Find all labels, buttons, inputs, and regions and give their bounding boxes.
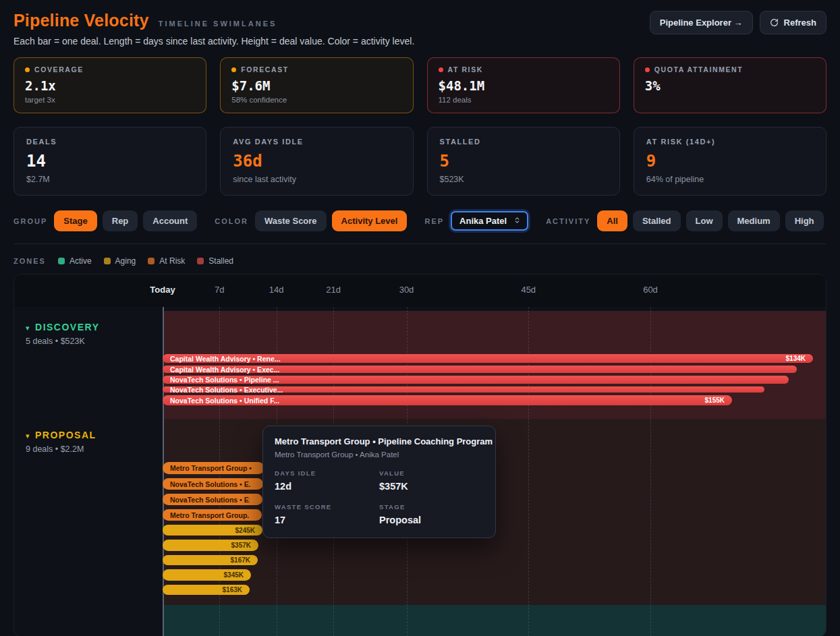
deal-bar[interactable]: $167K (163, 555, 258, 565)
activity-chip-stalled[interactable]: Stalled (633, 210, 681, 231)
deal-bar[interactable]: NovaTech Solutions • Executive... (163, 386, 764, 393)
kpi-sub (645, 96, 815, 105)
collapse-caret-icon: ▾ (26, 324, 30, 332)
zones-label: ZONES (13, 257, 46, 265)
group-chip-account[interactable]: Account (143, 210, 197, 231)
status-dot (645, 67, 650, 72)
kpi-label: FORECAST (241, 65, 289, 74)
group-filter-chips: StageRepAccount (54, 210, 197, 231)
deal-value: $134K (786, 355, 806, 362)
deal-bar[interactable]: Capital Wealth Advisory • Rene...$134K (163, 354, 813, 363)
kpi-primary-row: COVERAGE2.1xtarget 3xFORECAST$7.6M58% co… (13, 57, 827, 113)
kpi-secondary-row: DEALS14$2.7MAVG DAYS IDLE36dsince last a… (13, 127, 827, 196)
kpi-label: AVG DAYS IDLE (233, 138, 304, 146)
color-filter-label: COLOR (215, 217, 248, 225)
kpi-card-at-risk: AT RISK$48.1M112 deals (427, 57, 620, 113)
kpi-label: AT RISK (14D+) (646, 138, 716, 146)
lane-summary: 5 deals • $523K (26, 337, 99, 346)
color-chip-waste-score[interactable]: Waste Score (255, 210, 327, 231)
status-dot (25, 67, 30, 72)
zone-item-stalled: Stalled (197, 256, 233, 266)
deal-value: $357K (231, 542, 251, 549)
time-tick-45d: 45d (521, 285, 536, 295)
kpi-value: 5 (440, 152, 607, 171)
tooltip-field-label: WASTE SCORE (275, 503, 379, 511)
page-subtitle: TIMELINE SWIMLANES (159, 20, 277, 28)
activity-filter-label: ACTIVITY (546, 217, 590, 225)
zone-swatch-stalled (197, 258, 204, 264)
lane-name-discovery[interactable]: ▾DISCOVERY (26, 322, 99, 333)
deal-label: Capital Wealth Advisory • Rene... (170, 355, 281, 363)
deal-bar[interactable]: $163K (163, 585, 250, 595)
activity-chip-all[interactable]: All (597, 210, 627, 231)
lane-zone-band (163, 605, 826, 636)
swimlane-partial (14, 605, 826, 636)
deal-value: $345K (224, 571, 244, 579)
tooltip-field-waste-score: WASTE SCORE 17 (275, 503, 379, 525)
deal-label: NovaTech Solutions • Ex... (170, 496, 250, 504)
pipeline-velocity-dashboard: Pipeline Velocity TIMELINE SWIMLANES Eac… (0, 0, 840, 636)
kpi-label: DEALS (26, 138, 57, 146)
activity-chip-medium[interactable]: Medium (728, 210, 780, 231)
lane-name-proposal[interactable]: ▾PROPOSAL (26, 430, 96, 440)
group-chip-rep[interactable]: Rep (103, 210, 138, 231)
kpi-label: STALLED (440, 138, 481, 146)
chevrons-up-down-icon (513, 216, 521, 226)
group-chip-stage[interactable]: Stage (54, 210, 96, 231)
deal-bar[interactable]: $357K (163, 540, 258, 551)
kpi-value: $48.1M (439, 78, 609, 93)
deal-bar[interactable]: NovaTech Solutions • E... (163, 478, 263, 490)
deal-bar[interactable]: NovaTech Solutions • Pipeline ... (163, 376, 789, 384)
kpi-sub: 58% confidence (231, 96, 401, 105)
pipeline-explorer-button[interactable]: Pipeline Explorer → (650, 11, 753, 34)
lane-bars: Metro Transport Group • P...NovaTech Sol… (163, 462, 264, 595)
group-filter-label: GROUP (13, 217, 47, 225)
kpi-label: COVERAGE (34, 65, 84, 74)
deal-label: NovaTech Solutions • Pipeline ... (170, 376, 279, 384)
deal-bar[interactable]: $345K (163, 569, 251, 581)
kpi-sub: since last activity (233, 175, 400, 184)
lane-summary: 9 deals • $2.2M (26, 444, 96, 454)
kpi-card-deals: DEALS14$2.7M (13, 127, 206, 196)
tooltip-field-label: STAGE (379, 503, 484, 511)
time-tick-14d: 14d (269, 285, 284, 295)
deal-label: NovaTech Solutions • E... (170, 480, 250, 488)
topbar-actions: Pipeline Explorer → Refresh (650, 11, 827, 34)
tooltip-title: Metro Transport Group • Pipeline Coachin… (275, 436, 484, 446)
deal-value: $163K (223, 586, 242, 594)
activity-chip-low[interactable]: Low (686, 210, 723, 231)
kpi-sub: $523K (440, 175, 607, 184)
refresh-icon (770, 18, 779, 27)
zone-label: Active (69, 256, 92, 266)
zone-label: Aging (115, 256, 136, 266)
collapse-caret-icon: ▾ (26, 432, 30, 440)
activity-chip-high[interactable]: High (785, 210, 824, 231)
deal-bar[interactable]: $245K (163, 525, 262, 536)
time-tick-7d: 7d (215, 285, 224, 295)
deal-bar[interactable]: Metro Transport Group • P... (163, 462, 264, 474)
zones-legend: ZONES ActiveAgingAt RiskStalled (13, 256, 827, 266)
deal-label: Capital Wealth Advisory • Exec... (170, 366, 279, 374)
refresh-button[interactable]: Refresh (760, 11, 827, 34)
time-tick-30d: 30d (399, 285, 414, 295)
kpi-card-quota-attainment: QUOTA ATTAINMENT3% (634, 57, 827, 113)
kpi-label: QUOTA ATTAINMENT (654, 65, 744, 74)
status-dot (231, 67, 236, 72)
kpi-value: $7.6M (231, 78, 401, 93)
time-tick-60d: 60d (643, 285, 658, 295)
tooltip-field-label: VALUE (379, 469, 484, 477)
tooltip-field-value: $357K (379, 481, 484, 492)
deal-bar[interactable]: Capital Wealth Advisory • Exec... (163, 366, 797, 373)
deal-bar[interactable]: NovaTech Solutions • Unified F...$155K (163, 395, 732, 405)
rep-select[interactable]: Anika Patel (451, 211, 528, 231)
deal-tooltip: Metro Transport Group • Pipeline Coachin… (262, 426, 496, 538)
refresh-button-label: Refresh (784, 18, 816, 28)
tooltip-field-stage: STAGE Proposal (379, 503, 484, 525)
tooltip-field-label: DAYS IDLE (275, 469, 379, 477)
color-chip-activity-level[interactable]: Activity Level (332, 210, 408, 231)
deal-bar[interactable]: Metro Transport Group... (163, 509, 262, 521)
tooltip-subtitle: Metro Transport Group • Anika Patel (275, 451, 484, 459)
deal-bar[interactable]: NovaTech Solutions • Ex... (163, 494, 262, 505)
tooltip-field-value: Proposal (379, 515, 484, 525)
kpi-sub: target 3x (25, 96, 195, 105)
